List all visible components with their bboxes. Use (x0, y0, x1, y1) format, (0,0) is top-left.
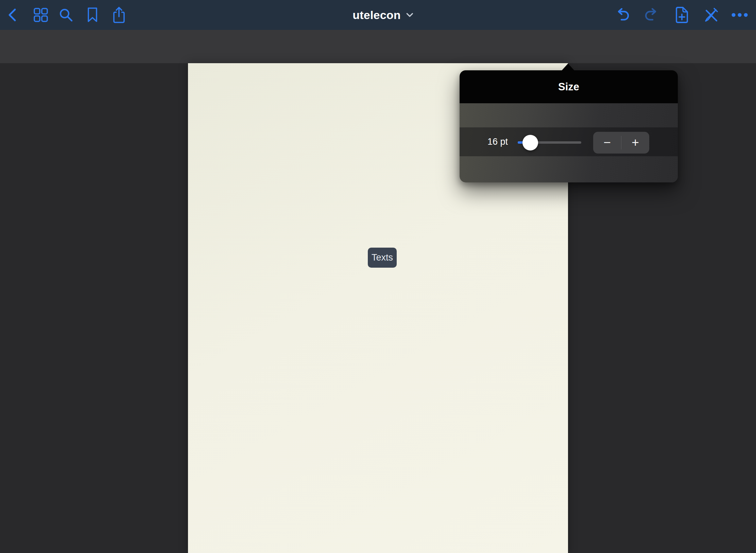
chevron-down-icon (406, 13, 414, 17)
text-object[interactable]: Texts (368, 248, 397, 268)
add-page-icon[interactable] (674, 6, 689, 24)
redo-icon[interactable] (645, 7, 660, 23)
size-popover: Size 16 pt − + (460, 63, 678, 183)
popover-caret (562, 64, 574, 71)
canvas-area: Texts Size 16 pt − + (0, 63, 756, 553)
stop-editing-icon[interactable] (703, 7, 719, 23)
notes-app-window: utelecon (0, 0, 756, 553)
editing-toolbar: T HiraginoSans-… 16 T (0, 30, 756, 64)
size-stepper: − + (593, 132, 649, 154)
back-icon[interactable] (5, 7, 19, 23)
popover-title: Size (558, 81, 579, 93)
share-icon[interactable] (112, 6, 126, 23)
size-increase-button[interactable]: + (621, 132, 649, 154)
document-title: utelecon (353, 8, 400, 22)
more-options-icon[interactable] (731, 12, 749, 18)
search-icon[interactable] (58, 7, 73, 22)
thumbnails-grid-icon[interactable] (33, 7, 48, 22)
bookmark-icon[interactable] (86, 7, 99, 23)
size-value-label: 16 pt (470, 127, 508, 156)
popover-header: Size (460, 70, 678, 103)
size-popover-panel: Size 16 pt − + (460, 70, 678, 182)
size-decrease-button[interactable]: − (593, 132, 621, 154)
top-navigation-bar: utelecon (0, 0, 756, 30)
document-title-button[interactable]: utelecon (353, 0, 413, 30)
size-slider-thumb[interactable] (522, 135, 538, 150)
text-object-label: Texts (372, 252, 393, 263)
undo-icon[interactable] (614, 7, 630, 23)
